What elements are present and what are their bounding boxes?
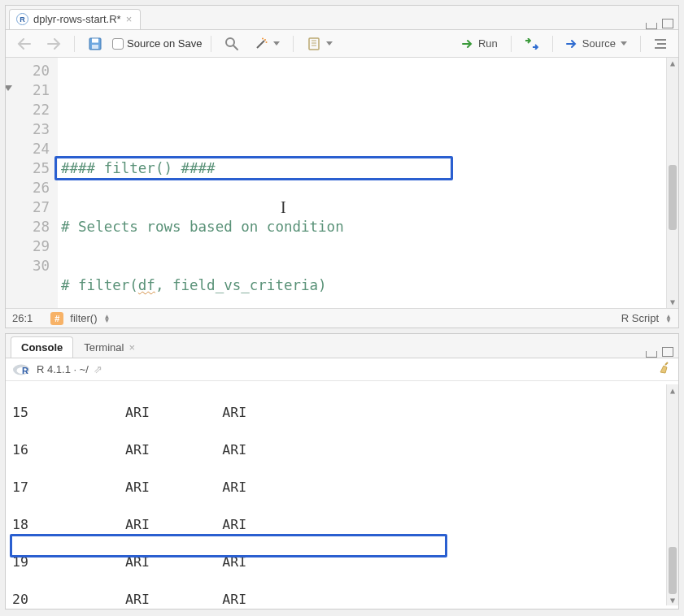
svg-rect-9 bbox=[309, 38, 319, 50]
maximize-icon[interactable] bbox=[662, 347, 673, 357]
popout-icon[interactable]: ⇗ bbox=[94, 363, 102, 375]
rerun-button[interactable] bbox=[520, 36, 544, 52]
svg-point-6 bbox=[264, 39, 266, 41]
text-cursor-icon: I bbox=[281, 197, 286, 217]
svg-text:R: R bbox=[22, 366, 28, 375]
svg-line-19 bbox=[665, 362, 668, 365]
outline-button[interactable] bbox=[649, 36, 672, 52]
editor-panel: R dplyr-rows-start.R* × Source on Save bbox=[5, 5, 679, 328]
console-row: 20 ARI ARI bbox=[12, 590, 666, 609]
code-line: # Selects rows based on condition bbox=[61, 217, 666, 236]
r-version-info: R 4.1.1 · ~/ bbox=[37, 363, 89, 375]
source-on-save-checkbox[interactable]: Source on Save bbox=[112, 37, 203, 50]
find-button[interactable] bbox=[220, 34, 244, 54]
section-nav-icon[interactable]: ▲▼ bbox=[104, 315, 111, 323]
tab-console[interactable]: Console bbox=[11, 336, 73, 358]
console-tabbar: Console Terminal × bbox=[6, 334, 678, 358]
language-mode[interactable]: R Script bbox=[621, 312, 659, 324]
collapse-icon[interactable] bbox=[646, 351, 657, 358]
editor-tabbar: R dplyr-rows-start.R* × bbox=[6, 6, 678, 30]
code-line: # filter(df, field_vs_criteria) bbox=[61, 275, 666, 295]
collapse-icon[interactable] bbox=[646, 23, 657, 29]
editor-scrollbar[interactable]: ▲ ▼ bbox=[666, 58, 678, 308]
editor-window-controls bbox=[646, 18, 678, 29]
console-row: 19 ARI ARI bbox=[12, 553, 666, 571]
scroll-down-arrow[interactable]: ▼ bbox=[667, 297, 678, 308]
editor-statusbar: 26:1 # filter() ▲▼ R Script ▲▼ bbox=[6, 308, 678, 328]
source-button[interactable]: Source bbox=[561, 35, 632, 52]
line-gutter: 20 21 22 23 24 25 26 27 28 29 30 bbox=[6, 58, 58, 308]
nav-forward-button[interactable] bbox=[41, 36, 66, 52]
scroll-thumb[interactable] bbox=[669, 165, 677, 230]
code-editor[interactable]: 20 21 22 23 24 25 26 27 28 29 30 #### fi… bbox=[6, 58, 678, 308]
svg-line-5 bbox=[257, 41, 264, 48]
r-logo-icon: R bbox=[12, 363, 32, 376]
svg-rect-2 bbox=[92, 45, 98, 49]
cursor-position: 26:1 bbox=[12, 312, 33, 324]
code-line bbox=[61, 100, 666, 119]
save-button[interactable] bbox=[83, 34, 107, 54]
scroll-down-arrow[interactable]: ▼ bbox=[667, 594, 678, 605]
editor-tab-title: dplyr-rows-start.R* bbox=[33, 13, 121, 25]
editor-toolbar: Source on Save Run Source bbox=[6, 30, 678, 58]
scroll-up-arrow[interactable]: ▲ bbox=[667, 384, 678, 396]
console-row: 16 ARI ARI bbox=[12, 440, 666, 459]
run-label: Run bbox=[478, 37, 498, 50]
tab-console-label: Console bbox=[21, 341, 63, 354]
notebook-button[interactable] bbox=[302, 34, 338, 54]
console-row: 18 ARI ARI bbox=[12, 515, 666, 534]
language-mode-caret[interactable]: ▲▼ bbox=[665, 315, 672, 323]
console-panel: Console Terminal × R R 4.1.1 · ~/ ⇗ 15 A… bbox=[5, 333, 679, 609]
code-content[interactable]: #### filter() #### # Selects rows based … bbox=[58, 58, 666, 308]
scroll-thumb[interactable] bbox=[669, 547, 677, 594]
console-info-bar: R R 4.1.1 · ~/ ⇗ bbox=[6, 358, 678, 381]
close-icon[interactable]: × bbox=[129, 341, 135, 354]
wand-button[interactable] bbox=[249, 34, 285, 54]
console-window-controls bbox=[646, 346, 678, 358]
tab-terminal[interactable]: Terminal × bbox=[73, 336, 146, 358]
svg-point-7 bbox=[265, 41, 267, 43]
section-name[interactable]: filter() bbox=[70, 312, 97, 324]
nav-back-button[interactable] bbox=[12, 36, 37, 52]
code-line: #### filter() #### bbox=[61, 158, 666, 178]
svg-point-8 bbox=[262, 37, 264, 39]
editor-tab[interactable]: R dplyr-rows-start.R* × bbox=[9, 9, 141, 29]
source-label: Source bbox=[582, 37, 616, 50]
console-row: 17 ARI ARI bbox=[12, 478, 666, 497]
console-scrollbar[interactable]: ▲ ▼ bbox=[666, 384, 678, 605]
tab-terminal-label: Terminal bbox=[84, 341, 124, 354]
source-on-save-label: Source on Save bbox=[127, 37, 203, 50]
console-output[interactable]: 15 ARI ARI 16 ARI ARI 17 ARI ARI 18 ARI … bbox=[6, 381, 678, 609]
scroll-up-arrow[interactable]: ▲ bbox=[667, 58, 678, 69]
svg-line-4 bbox=[233, 46, 237, 50]
console-row: 15 ARI ARI bbox=[12, 403, 666, 422]
section-badge-icon: # bbox=[50, 312, 63, 325]
clear-console-icon[interactable] bbox=[657, 361, 672, 378]
r-file-icon: R bbox=[16, 13, 28, 25]
run-button[interactable]: Run bbox=[457, 35, 503, 52]
svg-rect-1 bbox=[92, 38, 98, 42]
fold-arrow-icon[interactable] bbox=[6, 85, 12, 91]
maximize-icon[interactable] bbox=[662, 19, 673, 28]
close-icon[interactable]: × bbox=[126, 13, 133, 25]
